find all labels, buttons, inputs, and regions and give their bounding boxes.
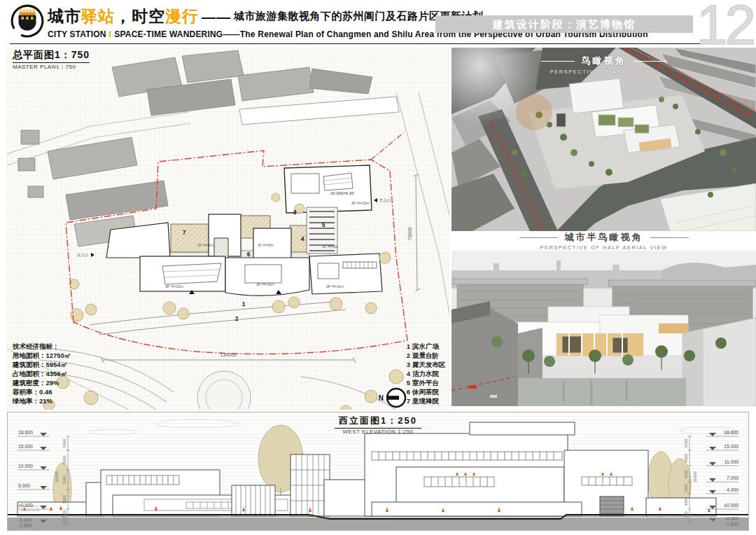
svg-text:-1.800: -1.800	[18, 523, 31, 528]
svg-text:3000: 3000	[684, 484, 688, 493]
plan-title-cn: 总平面图1：750	[13, 49, 90, 63]
svg-text:20400: 20400	[55, 471, 59, 482]
legend-item: 7意境禅院	[403, 396, 446, 405]
svg-text:3F H=10m: 3F H=10m	[256, 282, 274, 286]
elevation-title-cn: 西立面图1：250	[335, 415, 421, 429]
svg-text:7: 7	[183, 229, 186, 236]
legend-item: 5室外平台	[403, 378, 446, 387]
elevation-title: 西立面图1：250 WEST ELEVATION 1:250	[8, 414, 748, 435]
master-plan-title: 总平面图1：750 MASTER PLAN1：750	[13, 49, 90, 71]
svg-text:1: 1	[242, 300, 246, 307]
presentation-board: 城市驿站，时空漫行——城市旅游集散视角下的苏州阊门及石路片区更新计划 CITY …	[0, 0, 756, 535]
tech-row: 占地面积：4356㎡	[13, 369, 71, 378]
half-aerial-title-cn: 城市半鸟瞰视角	[565, 231, 643, 244]
svg-text:3F H=15m: 3F H=15m	[351, 201, 370, 205]
svg-text:10.000: 10.000	[18, 464, 33, 468]
svg-text:300: 300	[62, 510, 66, 517]
svg-text:±0.000: ±0.000	[18, 503, 33, 508]
svg-text:15.000: 15.000	[18, 444, 33, 449]
svg-text:15.000: 15.000	[724, 444, 738, 449]
svg-text:3600: 3600	[62, 439, 66, 448]
svg-text:1F H=5m: 1F H=5m	[258, 243, 274, 247]
city-gate-logo-icon	[10, 4, 45, 39]
ground	[8, 515, 748, 530]
title-en-left: CITY STATION	[48, 29, 106, 39]
elevation-title-en: WEST ELEVATION 1:250	[8, 429, 748, 435]
svg-text:1F H=5m: 1F H=5m	[197, 243, 214, 247]
svg-text:4.000: 4.000	[727, 487, 738, 492]
header-divider	[10, 43, 708, 44]
board-title: 城市驿站，时空漫行——城市旅游集散视角下的苏州阊门及石路片区更新计划	[48, 6, 484, 27]
svg-text:次入口: 次入口	[77, 253, 89, 258]
svg-text:N: N	[379, 394, 384, 402]
plan-title-en: MASTER PLAN1：750	[13, 63, 90, 71]
title-rule-left	[541, 61, 575, 62]
title-cn-part: ，时空	[115, 7, 165, 25]
svg-text:±0.000=5.30: ±0.000=5.30	[330, 191, 354, 195]
svg-text:-1.500: -1.500	[725, 522, 738, 527]
west-elevation-panel: 西立面图1：250 WEST ELEVATION 1:250	[7, 412, 749, 531]
svg-text:4000: 4000	[684, 470, 688, 479]
legend-item: 1滨水广场	[403, 342, 446, 351]
svg-text:70000: 70000	[407, 227, 412, 241]
svg-text:5000: 5000	[62, 475, 66, 485]
svg-text:3: 3	[293, 209, 297, 216]
tech-row: 容积率：0.46	[13, 387, 71, 396]
tech-row: 建筑密度：29%	[13, 378, 71, 387]
gate-tower	[19, 9, 36, 30]
svg-text:主入口: 主入口	[379, 198, 391, 203]
aerial-render: 鸟瞰视角 PERSPECTIVE OF AERIAL VIEW	[451, 48, 756, 231]
svg-text:1500: 1500	[62, 517, 66, 526]
half-aerial-render	[451, 251, 756, 406]
aerial-title-cn: 鸟瞰视角	[582, 55, 626, 67]
title-cn-accent: 漫行	[165, 7, 199, 25]
title-dash: ——	[202, 9, 231, 25]
svg-text:4: 4	[301, 235, 304, 242]
svg-text:-0.300: -0.300	[18, 517, 31, 522]
title-rule-left	[519, 237, 558, 238]
tech-heading: 技术经济指标：	[13, 342, 71, 351]
svg-text:6: 6	[247, 251, 251, 258]
legend-item: 3露天发布区	[403, 360, 446, 369]
svg-text:4000: 4000	[684, 454, 688, 463]
half-aerial-render-image	[451, 251, 756, 406]
svg-text:1F H=5m: 1F H=5m	[322, 244, 338, 249]
svg-text:4000: 4000	[684, 497, 688, 506]
svg-text:300: 300	[684, 511, 688, 518]
legend-item: 6休闲茶院	[403, 387, 446, 396]
lens-flare-2	[516, 94, 552, 130]
water	[518, 378, 686, 406]
svg-text:20400: 20400	[693, 471, 697, 482]
title-cn-accent: 驿站	[81, 7, 115, 25]
title-cn-part: 城市	[48, 7, 81, 25]
svg-text:3600: 3600	[684, 439, 688, 448]
svg-text:11.000: 11.000	[724, 459, 739, 464]
master-plan-drawing: 1 2 3 4 5 6 7 ±0.000=5.30 3F H=15m 3F H=…	[7, 48, 449, 410]
tech-row: 用地面积：12750㎡	[13, 351, 71, 360]
tech-row: 建筑面积：5954㎡	[13, 360, 71, 369]
title-en-separator: I	[109, 29, 112, 39]
svg-text:2: 2	[235, 315, 239, 322]
plan-legend: 1滨水广场 2观景台阶 3露天发布区 4活力水院 5室外平台 6休闲茶院 7意境…	[403, 342, 446, 405]
tech-indicators: 技术经济指标： 用地面积：12750㎡ 建筑面积：5954㎡ 占地面积：4356…	[13, 342, 71, 405]
legend-item: 4活力水院	[403, 369, 446, 378]
half-aerial-title: 城市半鸟瞰视角 PERSPECTIVE OF HALF AERIAL VIEW	[451, 231, 756, 251]
tech-row: 绿地率：21%	[13, 396, 71, 405]
svg-text:3F H=10m: 3F H=10m	[165, 284, 183, 289]
svg-text:3F H=11m: 3F H=11m	[326, 284, 344, 289]
svg-text:5: 5	[322, 221, 326, 228]
title-rule-right	[634, 61, 667, 62]
svg-text:±0.000: ±0.000	[724, 503, 738, 508]
svg-text:-0.300: -0.300	[725, 516, 738, 521]
svg-text:5.000: 5.000	[18, 483, 30, 488]
half-aerial-title-en: PERSPECTIVE OF HALF AERIAL VIEW	[540, 244, 667, 251]
master-plan-panel: 总平面图1：750 MASTER PLAN1：750	[7, 48, 449, 410]
phase-badge: 建筑设计阶段：演艺博物馆	[435, 15, 693, 33]
svg-text:5000: 5000	[62, 456, 66, 465]
elevation-buildings	[18, 422, 716, 516]
svg-text:7.000: 7.000	[727, 475, 738, 480]
aerial-title: 鸟瞰视角 PERSPECTIVE OF AERIAL VIEW	[451, 55, 756, 75]
aerial-render-image	[451, 48, 756, 231]
legend-item: 2观景台阶	[403, 351, 446, 360]
title-rule-right	[650, 237, 689, 238]
